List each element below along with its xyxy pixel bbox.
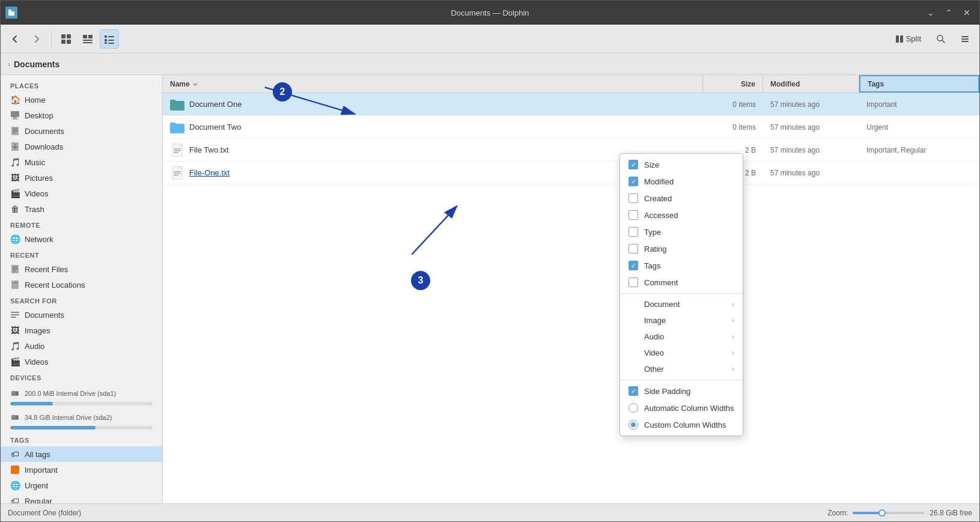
sidebar-item-search-videos[interactable]: 🎬 Videos xyxy=(1,354,162,369)
filename-doc-one: Document One xyxy=(189,100,242,109)
sidebar-item-desktop[interactable]: Desktop xyxy=(1,108,162,123)
network-icon: 🌐 xyxy=(10,234,20,244)
sidebar-item-recent-locations[interactable]: Recent Locations xyxy=(1,277,162,293)
sidebar-item-pictures[interactable]: 🖼 Pictures xyxy=(1,170,162,186)
auto-col-radio xyxy=(628,403,638,413)
sidebar-item-videos[interactable]: 🎬 Videos xyxy=(1,186,162,201)
sidebar-item-recent-files[interactable]: Recent Files xyxy=(1,261,162,277)
col-modified[interactable]: Modified xyxy=(763,75,859,93)
zoom-slider[interactable] xyxy=(853,512,925,514)
sidebar-item-search-documents[interactable]: Documents xyxy=(1,307,162,323)
col-name[interactable]: Name xyxy=(163,75,703,93)
menu-button[interactable] xyxy=(955,29,975,49)
split-label: Split xyxy=(906,34,921,43)
sidebar-item-trash[interactable]: 🗑 Trash xyxy=(1,201,162,217)
maximize-button[interactable]: ⌃ xyxy=(941,5,957,20)
menu-item-accessed[interactable]: Accessed xyxy=(620,207,743,223)
menu-item-image[interactable]: Image › xyxy=(620,312,743,329)
file-cell-name-doc-one: Document One xyxy=(163,93,703,115)
file-cell-tags-doc-two: Urgent xyxy=(859,116,979,138)
important-tag-icon xyxy=(10,465,20,475)
menu-item-side-padding[interactable]: ✓ Side Padding xyxy=(620,383,743,399)
svg-rect-35 xyxy=(13,270,16,272)
menu-item-type[interactable]: Type xyxy=(620,223,743,240)
sda2-icon xyxy=(10,413,20,422)
svg-rect-29 xyxy=(13,130,17,132)
svg-rect-6 xyxy=(67,40,71,44)
comment-label: Comment xyxy=(644,278,678,287)
menu-item-created[interactable]: Created xyxy=(620,190,743,207)
menu-item-size[interactable]: ✓ Size xyxy=(620,156,743,173)
document-chevron: › xyxy=(732,301,734,308)
menu-sep-2 xyxy=(620,380,743,380)
sidebar-label-regular: Regular xyxy=(25,497,52,504)
svg-rect-40 xyxy=(11,317,16,318)
annotation-3: 3 xyxy=(411,271,430,290)
svg-rect-28 xyxy=(13,129,17,130)
sidebar-item-documents[interactable]: Documents xyxy=(1,123,162,139)
sidebar-label-important: Important xyxy=(25,466,58,475)
sidebar-item-all-tags[interactable]: 🏷 All tags xyxy=(1,446,162,462)
file-cell-name-doc-two: Document Two xyxy=(163,116,703,138)
menu-item-audio[interactable]: Audio › xyxy=(620,329,743,345)
svg-rect-1 xyxy=(8,11,14,16)
breadcrumb-documents[interactable]: Documents xyxy=(14,59,59,69)
col-size-label: Size xyxy=(741,80,755,88)
sidebar-item-downloads[interactable]: Downloads xyxy=(1,139,162,154)
sidebar-item-important-tag[interactable]: Important xyxy=(1,462,162,478)
view-details-button[interactable] xyxy=(100,29,119,49)
sidebar-item-regular-tag[interactable]: 🏷 Regular xyxy=(1,493,162,503)
side-padding-checkbox: ✓ xyxy=(628,386,638,396)
file-row-doc-two[interactable]: Document Two 0 items 57 minutes ago Urge… xyxy=(163,116,979,139)
image-left: Image xyxy=(628,316,666,325)
column-context-menu: ✓ Size ✓ Modified Created Accessed xyxy=(619,153,743,436)
menu-item-other[interactable]: Other › xyxy=(620,361,743,377)
music-icon: 🎵 xyxy=(10,157,20,167)
menu-item-comment[interactable]: Comment xyxy=(620,274,743,291)
menu-item-video[interactable]: Video › xyxy=(620,345,743,361)
menu-item-tags[interactable]: ✓ Tags xyxy=(620,257,743,274)
documents-icon xyxy=(10,126,20,136)
file-cell-modified-doc-one: 57 minutes ago xyxy=(763,93,859,115)
split-button[interactable]: Split xyxy=(890,31,927,46)
menu-item-custom-col[interactable]: Custom Column Widths xyxy=(620,416,743,433)
file-row-file-two[interactable]: File Two.txt 2 B 57 minutes ago Importan… xyxy=(163,139,979,162)
recent-locations-icon xyxy=(10,280,20,290)
menu-item-rating[interactable]: Rating xyxy=(620,240,743,257)
auto-col-label: Automatic Column Widths xyxy=(644,404,734,413)
sidebar-label-documents: Documents xyxy=(25,127,64,136)
view-compact-button[interactable] xyxy=(78,29,97,49)
minimize-button[interactable]: ⌄ xyxy=(923,5,939,20)
regular-tag-icon: 🏷 xyxy=(10,496,20,503)
sidebar-item-sda2[interactable]: 34.8 GiB Internal Drive (sda2) xyxy=(1,408,162,432)
sidebar-label-trash: Trash xyxy=(25,205,44,214)
other-left: Other xyxy=(628,365,664,374)
menu-item-modified[interactable]: ✓ Modified xyxy=(620,173,743,190)
breadcrumb-separator: › xyxy=(8,60,10,68)
sidebar-item-urgent-tag[interactable]: 🌐 Urgent xyxy=(1,478,162,493)
created-label: Created xyxy=(644,194,672,203)
sidebar-label-recent-locations: Recent Locations xyxy=(25,281,85,290)
view-icons-button[interactable] xyxy=(56,29,76,49)
col-size[interactable]: Size xyxy=(703,75,763,93)
back-button[interactable] xyxy=(5,29,25,49)
sda1-label: 200.0 MiB Internal Drive (sda1) xyxy=(25,390,116,397)
rating-checkbox xyxy=(628,244,638,253)
sda1-bar xyxy=(10,402,153,405)
file-row-file-one[interactable]: File-One.txt 2 B 57 minutes ago xyxy=(163,162,979,184)
search-button[interactable] xyxy=(931,29,951,49)
col-tags[interactable]: Tags xyxy=(859,75,979,93)
sidebar-item-home[interactable]: 🏠 Home xyxy=(1,92,162,108)
folder-icon-doc-two xyxy=(170,120,184,135)
menu-item-document[interactable]: Document › xyxy=(620,296,743,312)
image-chevron: › xyxy=(732,317,734,324)
close-button[interactable]: ✕ xyxy=(959,5,975,20)
sidebar-item-music[interactable]: 🎵 Music xyxy=(1,154,162,170)
sidebar-item-search-audio[interactable]: 🎵 Audio xyxy=(1,338,162,354)
sidebar-item-search-images[interactable]: 🖼 Images xyxy=(1,323,162,338)
menu-item-auto-col[interactable]: Automatic Column Widths xyxy=(620,399,743,416)
desktop-icon xyxy=(10,111,20,120)
sidebar-item-network[interactable]: 🌐 Network xyxy=(1,231,162,247)
forward-button[interactable] xyxy=(27,29,46,49)
sidebar-item-sda1[interactable]: 200.0 MiB Internal Drive (sda1) xyxy=(1,384,162,408)
